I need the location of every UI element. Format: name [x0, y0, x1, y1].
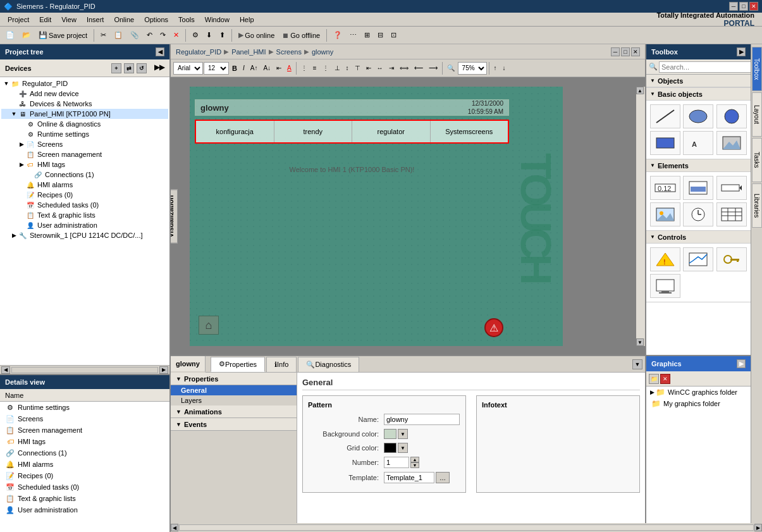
detail-item-text-graphic[interactable]: 📋 Text & graphic lists	[0, 493, 169, 504]
align-btn4[interactable]: ⊥	[332, 61, 343, 75]
prop-section-header[interactable]: Properties	[171, 373, 297, 385]
cut-button[interactable]: ✂	[97, 28, 109, 42]
graphics-delete-btn[interactable]: ✕	[660, 374, 670, 384]
font-size-dropdown[interactable]: 12	[204, 62, 229, 75]
maximize-button[interactable]: □	[739, 2, 748, 11]
help-button[interactable]: ❓	[330, 28, 345, 42]
menu-online[interactable]: Online	[109, 15, 139, 25]
close-button[interactable]: ✕	[749, 2, 758, 11]
align-btn9[interactable]: ⇥	[386, 61, 396, 75]
tb-text-tool[interactable]: A	[683, 131, 713, 155]
zoom-button[interactable]: 🔍	[445, 61, 457, 75]
italic-button[interactable]: I	[240, 61, 247, 75]
menu-edit[interactable]: Edit	[34, 15, 56, 25]
layout2-button[interactable]: ⊟	[374, 28, 386, 42]
tab-diagnostics[interactable]: 🔍 Diagnostics	[298, 357, 359, 372]
nav-btn-konfiguracja[interactable]: konfiguracja	[196, 121, 274, 142]
tb-image-view[interactable]	[650, 202, 680, 226]
tab-libraries[interactable]: Libraries	[752, 183, 762, 228]
align-btn11[interactable]: ⟵	[412, 61, 426, 75]
nav-btn-regulator[interactable]: regulator	[352, 121, 431, 142]
color-button[interactable]: A	[285, 61, 294, 75]
expand-icon[interactable]: ▶▶	[154, 63, 164, 73]
nav-btn-systemscreens[interactable]: Systemscreens	[431, 121, 508, 142]
bc-maximize[interactable]: □	[621, 47, 630, 56]
nav-btn-trendy[interactable]: trendy	[274, 121, 353, 142]
detail-item-connections[interactable]: 🔗 Connections (1)	[0, 447, 169, 459]
undo-button[interactable]: ↶	[144, 28, 156, 42]
visualization-tab[interactable]: Visualization	[171, 189, 178, 243]
bold-button[interactable]: B	[230, 61, 240, 75]
tb-ellipse-tool[interactable]	[683, 104, 713, 128]
detail-item-recipes[interactable]: 📝 Recipes (0)	[0, 470, 169, 481]
nav-down-button[interactable]: ↓	[500, 61, 508, 75]
new-device-icon[interactable]: +	[111, 63, 121, 73]
menu-view[interactable]: View	[56, 15, 82, 25]
align-btn6[interactable]: ⊤	[352, 61, 363, 75]
bc-close[interactable]: ✕	[631, 47, 640, 56]
prop-hscroll[interactable]: ◀ ▶	[171, 523, 645, 532]
toolbox-search-input[interactable]	[659, 61, 751, 73]
text-down-button[interactable]: A↓	[261, 61, 273, 75]
menu-insert[interactable]: Insert	[82, 15, 109, 25]
tb-basic-header[interactable]: Basic objects	[646, 88, 751, 101]
vscroll-up[interactable]: ▲	[636, 87, 644, 94]
tree-item-panel-hmi[interactable]: ▼ 🖥 Panel_HMI [KTP1000 PN]	[1, 109, 168, 119]
prop-item-layers[interactable]: Layers	[171, 395, 297, 405]
tree-item-screen-mgmt[interactable]: 📋 Screen management	[1, 149, 168, 159]
detail-item-hmi-tags[interactable]: 🏷 HMI tags	[0, 436, 169, 447]
zoom-dropdown[interactable]: 75%	[458, 62, 487, 75]
tb-trend-control[interactable]	[683, 247, 713, 271]
bc-minimize[interactable]: ─	[611, 47, 620, 56]
tree-item-recipes[interactable]: 📝 Recipes (0)	[1, 190, 168, 200]
text-up-button[interactable]: A↑	[248, 61, 261, 75]
breadcrumb-item-3[interactable]: glowny	[312, 48, 333, 56]
tree-item-screens[interactable]: ▶ 📄 Screens	[1, 139, 168, 149]
align-left-button[interactable]: ⇤	[274, 61, 284, 75]
breadcrumb-item-2[interactable]: Screens	[276, 48, 302, 56]
canvas-vscroll[interactable]: ▲ ▼	[636, 87, 645, 346]
tree-item-online-diag[interactable]: ⚙ Online & diagnostics	[1, 119, 168, 129]
nav-up-button[interactable]: ↑	[491, 61, 500, 75]
tb-circle-tool[interactable]	[716, 104, 747, 128]
refresh-icon[interactable]: ↺	[137, 63, 147, 73]
copy-button[interactable]: 📋	[111, 28, 126, 42]
layout1-button[interactable]: ⊞	[361, 28, 373, 42]
align-btn2[interactable]: ≡	[310, 61, 319, 75]
wincc-graphics-folder-row[interactable]: ▶ 📁 WinCC graphics folder	[646, 387, 751, 398]
detail-item-alarms[interactable]: 🔔 HMI alarms	[0, 459, 169, 470]
align-btn8[interactable]: ↔	[374, 61, 386, 75]
align-btn12[interactable]: ⟶	[426, 61, 440, 75]
tb-elements-header[interactable]: Elements	[646, 159, 751, 172]
tb-io-field[interactable]: 0.12	[650, 176, 680, 200]
tree-item-user-admin[interactable]: 👤 User administration	[1, 220, 168, 230]
detail-item-scheduled[interactable]: 📅 Scheduled tasks (0)	[0, 481, 169, 493]
tree-item-scheduled-tasks[interactable]: 📅 Scheduled tasks (0)	[1, 200, 168, 210]
font-family-dropdown[interactable]: Arial	[173, 62, 203, 75]
new-button[interactable]: 📄	[3, 28, 18, 42]
scroll-right[interactable]: ▶	[159, 366, 168, 374]
scroll-left[interactable]: ◀	[1, 366, 10, 374]
layout3-button[interactable]: ⊡	[388, 28, 400, 42]
tree-item-connections[interactable]: 🔗 Connections (1)	[1, 170, 168, 180]
vscroll-down[interactable]: ▼	[636, 338, 644, 346]
compile-button[interactable]: ⚙	[189, 28, 202, 42]
save-button[interactable]: 💾 Save project	[35, 28, 90, 42]
tree-item-sterownik[interactable]: ▶ 🔧 Sterownik_1 [CPU 1214C DC/DC/...]	[1, 230, 168, 240]
align-btn7[interactable]: ⇤	[364, 61, 374, 75]
go-offline-button[interactable]: ⏹ Go offline	[279, 28, 323, 42]
tab-toolbox[interactable]: Toolbox	[752, 47, 762, 91]
alarm-button[interactable]: ⚠	[484, 318, 503, 337]
tree-item-hmi-alarms[interactable]: 🔔 HMI alarms	[1, 180, 168, 190]
paste-button[interactable]: 📎	[127, 28, 142, 42]
breadcrumb-item-0[interactable]: Regulator_PID	[176, 48, 221, 56]
tb-controls-header[interactable]: Controls	[646, 231, 751, 244]
go-online-button[interactable]: ▶ Go online	[235, 28, 278, 42]
tree-item-runtime-settings[interactable]: ⚙ Runtime settings	[1, 129, 168, 139]
tree-item-add-device[interactable]: ➕ Add new device	[1, 89, 168, 99]
menu-help[interactable]: Help	[235, 15, 259, 25]
download-button[interactable]: ⬇	[203, 28, 215, 42]
menu-tools[interactable]: Tools	[173, 15, 200, 25]
tb-image-tool[interactable]	[716, 131, 747, 155]
panel-close-button[interactable]: ◀	[156, 47, 164, 56]
